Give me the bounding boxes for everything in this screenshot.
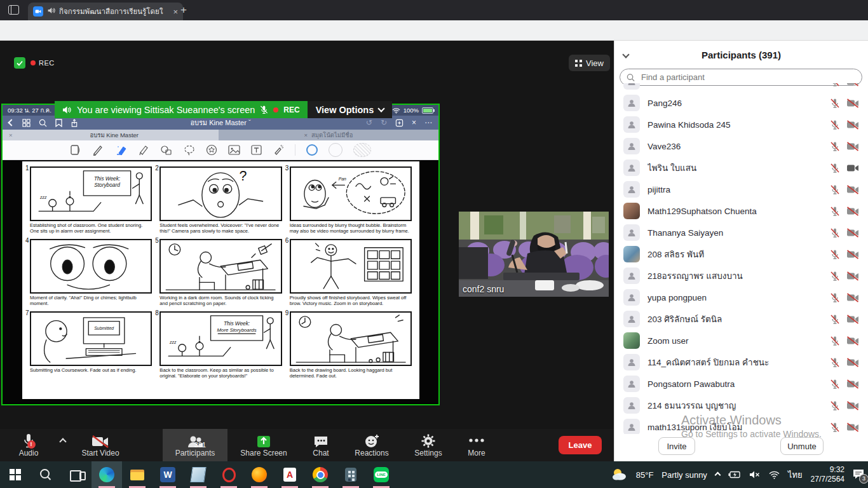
audio-options-chevron[interactable] — [59, 438, 66, 445]
mic-muted-icon[interactable] — [830, 141, 840, 152]
participant-row[interactable]: 214 ธมนวรรณ บุญชาญ — [614, 395, 868, 416]
video-status-icon[interactable] — [846, 83, 859, 86]
security-shield-icon[interactable] — [14, 57, 25, 69]
participant-row[interactable]: math131suporn เงียบโอม — [614, 416, 868, 434]
unmute-button[interactable]: Unmute — [780, 437, 824, 455]
chrome-browser-icon[interactable] — [305, 461, 336, 488]
lasso-icon[interactable] — [184, 145, 195, 156]
video-status-icon[interactable] — [846, 336, 859, 346]
file-explorer-icon[interactable] — [122, 461, 153, 488]
leave-button[interactable]: Leave — [559, 436, 602, 454]
weather-icon[interactable] — [611, 468, 628, 482]
participant-row[interactable]: 218อรรถญาพร แสบงบาน — [614, 265, 868, 287]
shapes-icon[interactable] — [160, 145, 173, 156]
mic-muted-icon[interactable] — [830, 249, 840, 260]
close-icon[interactable]: × — [412, 118, 416, 127]
magnifier-app-icon[interactable] — [183, 461, 214, 488]
view-options-button[interactable]: View Options — [308, 101, 393, 118]
language-indicator[interactable]: ไทย — [788, 468, 803, 482]
tab-close-icon[interactable]: × — [173, 7, 178, 17]
participant-row[interactable]: Thananya Saiyayen — [614, 222, 868, 243]
participants-button[interactable]: 391 Participants — [165, 431, 226, 458]
participant-row[interactable] — [614, 83, 868, 92]
video-status-icon[interactable] — [846, 207, 859, 216]
mic-muted-icon[interactable] — [830, 206, 840, 217]
mic-muted-icon[interactable] — [830, 422, 840, 433]
volume-muted-icon[interactable] — [749, 470, 761, 479]
participant-row[interactable]: Math129Suphatson Chuenta — [614, 200, 868, 222]
mic-muted-icon[interactable] — [830, 184, 840, 195]
image-icon[interactable] — [228, 145, 240, 155]
video-thumbnail[interactable]: conf2 snru — [459, 212, 609, 297]
tab-audio-icon[interactable] — [47, 6, 55, 17]
notes-canvas[interactable]: 1 This Week: Storyboard — [3, 160, 438, 403]
mic-muted-icon[interactable] — [830, 98, 840, 109]
mic-muted-icon[interactable] — [830, 163, 840, 173]
video-status-icon[interactable] — [846, 293, 859, 302]
weather-temp[interactable]: 85°F — [636, 470, 654, 480]
participant-row[interactable]: Vave236 — [614, 135, 868, 157]
video-status-icon[interactable] — [846, 142, 859, 151]
color-white-icon[interactable] — [329, 143, 342, 157]
search-icon[interactable] — [39, 119, 47, 127]
tab-untitled-note[interactable]: × สมุดโน้ตไม่มีชื่อ — [219, 130, 438, 140]
video-status-icon[interactable] — [846, 163, 859, 173]
text-tool-icon[interactable] — [251, 145, 262, 155]
video-status-icon[interactable] — [846, 423, 859, 432]
video-status-icon[interactable] — [846, 401, 859, 410]
browser-tab[interactable]: กิจกรรมพัฒนาสือการเรียนรู้โดยใ × — [28, 3, 183, 20]
invite-button[interactable]: Invite — [658, 437, 695, 455]
video-status-icon[interactable] — [846, 315, 859, 324]
bookmark-icon[interactable] — [55, 119, 62, 127]
acrobat-reader-icon[interactable]: A — [275, 461, 305, 488]
start-video-button[interactable]: Start Video — [70, 431, 131, 458]
participant-row[interactable]: yupa pongpuen — [614, 287, 868, 308]
mic-muted-icon[interactable] — [830, 357, 840, 368]
video-status-icon[interactable] — [846, 250, 859, 259]
video-status-icon[interactable] — [846, 228, 859, 238]
video-status-icon[interactable] — [846, 120, 859, 130]
documents-grid-icon[interactable] — [22, 119, 31, 127]
more-button[interactable]: More — [446, 431, 507, 458]
search-input[interactable] — [640, 72, 855, 83]
color-blue-icon[interactable] — [306, 144, 318, 156]
mic-muted-icon[interactable] — [830, 271, 840, 281]
share-screen-button[interactable]: Share Screen — [233, 431, 294, 458]
participant-row[interactable]: pijittra — [614, 179, 868, 200]
battery-charging-icon[interactable] — [728, 471, 741, 478]
mic-muted-icon[interactable] — [830, 379, 840, 390]
back-chevron-icon[interactable] — [8, 119, 15, 126]
participant-row[interactable]: 208 สลิธร พันที — [614, 243, 868, 265]
video-status-icon[interactable] — [846, 358, 859, 367]
tray-expand-icon[interactable] — [714, 471, 721, 478]
new-tab-icon[interactable]: + — [180, 5, 187, 15]
share-icon[interactable] — [71, 119, 78, 127]
pen-icon[interactable] — [92, 144, 104, 156]
video-status-icon[interactable] — [846, 98, 859, 108]
wifi-icon[interactable] — [769, 471, 780, 479]
video-status-icon[interactable] — [846, 271, 859, 281]
color-pattern-icon[interactable] — [353, 143, 371, 157]
word-icon[interactable]: W — [153, 461, 183, 488]
clock[interactable]: 9:32 27/7/2564 — [811, 465, 844, 484]
start-menu-icon[interactable] — [0, 461, 31, 488]
redo-icon[interactable]: ↻ — [381, 118, 387, 127]
tab-kine-master[interactable]: × อบรม Kine Master — [3, 130, 219, 140]
mic-muted-icon[interactable] — [830, 400, 840, 411]
action-center-icon[interactable]: 3 — [853, 469, 864, 481]
highlighter-icon[interactable] — [138, 144, 149, 156]
participant-row[interactable]: 114_คณิตศาสตร์ ปิยกมล คำชนะ — [614, 351, 868, 373]
calculator-icon[interactable] — [336, 461, 366, 488]
audio-button[interactable]: ! Audio — [0, 431, 59, 458]
reactions-button[interactable]: Reactions — [341, 431, 402, 458]
mic-muted-icon[interactable] — [830, 292, 840, 303]
participant-row[interactable]: 203 ศิริลักษณ์ รัตนิล — [614, 308, 868, 330]
weather-condition[interactable]: Partly sunny — [661, 470, 707, 480]
undo-icon[interactable]: ↺ — [366, 118, 372, 127]
edge-browser-icon[interactable] — [92, 461, 122, 488]
participant-row[interactable]: ไพริน ใบแสน — [614, 157, 868, 179]
mic-muted-icon[interactable] — [830, 314, 840, 325]
participant-row[interactable]: Pawina Khidsoda 245 — [614, 114, 868, 135]
search-icon[interactable] — [31, 461, 61, 488]
add-page-icon[interactable] — [395, 119, 403, 127]
